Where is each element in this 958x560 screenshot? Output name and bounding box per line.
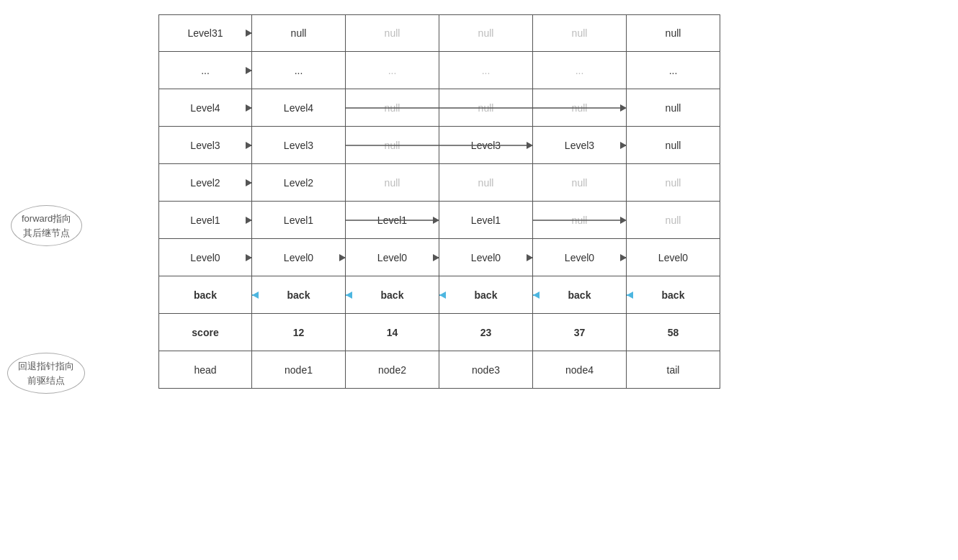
col-node3: null...nullLevel3nullLevel1Level0back23n… [439,14,533,389]
cell-head-name: head [158,351,252,389]
cell-node2-level4: null [346,89,439,127]
cell-tail-score: 58 [627,314,720,351]
cell-node1-name: node1 [252,351,346,389]
cell-node1-level1: Level1 [252,202,346,239]
cell-node2-back: back [346,276,439,314]
cell-node4-level0: Level0 [533,239,627,276]
cell-node3-dots: ... [439,52,533,89]
cell-node4-score: 37 [533,314,627,351]
cell-node1-dots: ... [252,52,346,89]
cell-node3-level31: null [439,14,533,52]
cell-node4-back: back [533,276,627,314]
cell-node2-level0: Level0 [346,239,439,276]
cell-tail-level4: null [627,89,720,127]
cell-node1-level3: Level3 [252,127,346,164]
cell-node4-level2: null [533,164,627,202]
cell-node3-level1: Level1 [439,202,533,239]
cell-tail-level0: Level0 [627,239,720,276]
cell-head-level3: Level3 [158,127,252,164]
diagram-container: forward指向 其后继节点 回退指针指向 前驱结点 Level31...Le… [0,0,958,560]
col-node2: null...nullnullnullLevel1Level0back14nod… [346,14,439,389]
cell-node1-level2: Level2 [252,164,346,202]
cell-node1-level31: null [252,14,346,52]
cell-tail-level2: null [627,164,720,202]
cell-node1-level0: Level0 [252,239,346,276]
col-head: Level31...Level4Level3Level2Level1Level0… [158,14,252,389]
cell-head-dots: ... [158,52,252,89]
cell-node4-dots: ... [533,52,627,89]
cell-head-level31: Level31 [158,14,252,52]
cell-tail-level3: null [627,127,720,164]
cell-head-level1: Level1 [158,202,252,239]
cell-node3-level0: Level0 [439,239,533,276]
cell-node1-score: 12 [252,314,346,351]
col-node1: null...Level4Level3Level2Level1Level0bac… [252,14,346,389]
cell-head-level0: Level0 [158,239,252,276]
cell-tail-back: back [627,276,720,314]
cell-node4-level1: null [533,202,627,239]
cell-node2-level31: null [346,14,439,52]
cell-node4-level31: null [533,14,627,52]
cell-head-level2: Level2 [158,164,252,202]
cell-node3-score: 23 [439,314,533,351]
cell-tail-level1: null [627,202,720,239]
cell-node2-level2: null [346,164,439,202]
cell-node3-back: back [439,276,533,314]
cell-node3-name: node3 [439,351,533,389]
cell-node4-name: node4 [533,351,627,389]
cell-node4-level3: Level3 [533,127,627,164]
cell-node3-level2: null [439,164,533,202]
backward-label: 回退指针指向 前驱结点 [7,353,85,394]
cell-node2-score: 14 [346,314,439,351]
cell-node3-level4: null [439,89,533,127]
cell-node4-level4: null [533,89,627,127]
cell-node1-back: back [252,276,346,314]
cell-head-score: score [158,314,252,351]
col-tail: null...nullnullnullnullLevel0back58tail [627,14,720,389]
cell-head-back: back [158,276,252,314]
cell-node2-level3: null [346,127,439,164]
cell-node2-level1: Level1 [346,202,439,239]
forward-label: forward指向 其后继节点 [11,205,82,246]
cell-node2-dots: ... [346,52,439,89]
cell-tail-name: tail [627,351,720,389]
cell-node2-name: node2 [346,351,439,389]
cell-node1-level4: Level4 [252,89,346,127]
grid-area: Level31...Level4Level3Level2Level1Level0… [158,14,720,389]
cell-tail-dots: ... [627,52,720,89]
cell-node3-level3: Level3 [439,127,533,164]
cell-head-level4: Level4 [158,89,252,127]
col-node4: null...nullLevel3nullnullLevel0back37nod… [533,14,627,389]
cell-tail-level31: null [627,14,720,52]
